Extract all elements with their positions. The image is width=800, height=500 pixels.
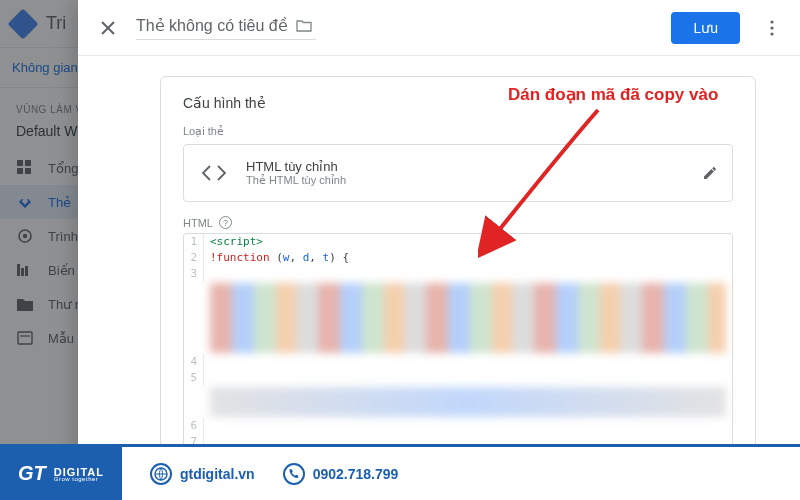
more-vert-icon (770, 20, 774, 36)
line-number: 1 (184, 234, 204, 250)
line-number: 3 (184, 266, 204, 282)
phone-info[interactable]: 0902.718.799 (283, 463, 399, 485)
globe-icon (150, 463, 172, 485)
code-brackets-icon (198, 157, 230, 189)
pencil-icon (702, 165, 718, 181)
more-menu-button[interactable] (758, 14, 786, 42)
edit-tag-type-button[interactable] (702, 165, 718, 181)
svg-point-13 (770, 32, 773, 35)
brand-footer: GT DIGITAL Grow together gtdigital.vn 09… (0, 444, 800, 500)
html-code-editor[interactable]: 1<script> 2!function (w, d, t) { 3 4 5 6… (183, 233, 733, 467)
svg-point-12 (770, 26, 773, 29)
blurred-code-region (210, 387, 726, 417)
brand-logo: GT DIGITAL Grow together (0, 446, 122, 501)
tag-title-text: Thẻ không có tiêu đề (136, 16, 288, 35)
close-icon (99, 19, 117, 37)
line-number: 5 (184, 370, 204, 386)
save-button[interactable]: Lưu (671, 12, 740, 44)
panel-header: Thẻ không có tiêu đề Lưu (78, 0, 800, 56)
code-line: <script> (204, 234, 263, 250)
phone-icon (283, 463, 305, 485)
website-info[interactable]: gtdigital.vn (150, 463, 255, 485)
line-number: 2 (184, 250, 204, 266)
tag-type-label: Loại thẻ (183, 125, 733, 138)
tag-title-field[interactable]: Thẻ không có tiêu đề (136, 16, 316, 40)
panel-body: Cấu hình thẻ Loại thẻ HTML tùy chỉnh Thẻ… (78, 56, 800, 500)
line-number: 4 (184, 354, 204, 370)
folder-outline-icon (296, 18, 312, 32)
tag-type-name: HTML tùy chỉnh (246, 159, 686, 174)
tag-type-sub: Thẻ HTML tùy chỉnh (246, 174, 686, 187)
website-text: gtdigital.vn (180, 466, 255, 482)
html-field-label: HTML ? (183, 216, 733, 229)
blurred-code-region (210, 283, 726, 353)
svg-point-11 (770, 20, 773, 23)
tag-config-card: Cấu hình thẻ Loại thẻ HTML tùy chỉnh Thẻ… (160, 76, 756, 500)
phone-text: 0902.718.799 (313, 466, 399, 482)
tag-editor-panel: Thẻ không có tiêu đề Lưu Cấu hình thẻ Lo… (78, 0, 800, 500)
code-line: !function (w, d, t) { (204, 250, 349, 266)
annotation-text: Dán đoạn mã đã copy vào (508, 84, 718, 105)
close-button[interactable] (92, 12, 124, 44)
line-number: 6 (184, 418, 204, 434)
tag-type-selector[interactable]: HTML tùy chỉnh Thẻ HTML tùy chỉnh (183, 144, 733, 202)
help-icon[interactable]: ? (219, 216, 232, 229)
